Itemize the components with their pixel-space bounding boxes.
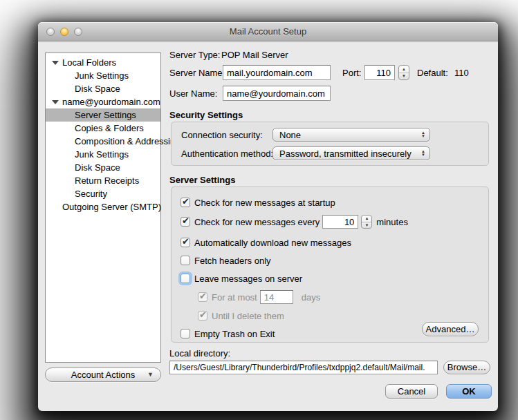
for-at-most-checkbox[interactable] [198, 292, 207, 302]
server-settings-group: Check for new messages at startup Check … [171, 187, 489, 343]
days-label: days [302, 292, 320, 303]
auto-download-checkbox[interactable] [181, 238, 190, 247]
server-type-value: POP Mail Server [221, 50, 288, 60]
sidebar-item-label: Local Folders [62, 57, 116, 68]
fetch-headers-row: Fetch headers only [181, 255, 480, 266]
connection-security-select[interactable]: None ▲▼ [272, 128, 430, 142]
check-every-minutes-input[interactable] [322, 215, 358, 229]
default-port-value: 110 [454, 68, 469, 78]
for-at-most-days-input[interactable] [260, 290, 293, 304]
sidebar-item-account[interactable]: name@yourdomain.com [46, 95, 160, 108]
authentication-method-select[interactable]: Password, transmitted insecurely ▲▼ [272, 146, 430, 160]
sidebar-item-outgoing-server[interactable]: Outgoing Server (SMTP) [46, 200, 160, 213]
account-actions-button[interactable]: Account Actions ▼ [45, 368, 161, 382]
sidebar-item-label: Junk Settings [75, 149, 129, 160]
sidebar-item-disk-space-local[interactable]: Disk Space [46, 82, 160, 95]
port-input[interactable] [364, 65, 395, 80]
authentication-method-value: Password, transmitted insecurely [279, 149, 411, 159]
window-title: Mail Account Setup [38, 22, 498, 41]
port-label: Port: [342, 68, 361, 78]
for-at-most-label: For at most [212, 292, 257, 303]
stepper-down-icon[interactable]: ▼ [399, 73, 409, 80]
browse-button-label: Browse… [447, 362, 486, 372]
sidebar-item-disk-space[interactable]: Disk Space [46, 161, 160, 174]
check-startup-label: Check for new messages at startup [194, 198, 335, 208]
check-every-checkbox[interactable] [181, 217, 190, 227]
auto-download-row: Automatically download new messages [181, 237, 480, 248]
sidebar-item-return-receipts[interactable]: Return Receipts [46, 174, 160, 187]
stepper-up-icon[interactable]: ▲ [399, 66, 409, 73]
minutes-label: minutes [376, 217, 408, 227]
for-at-most-row: For at most days [198, 292, 480, 303]
advanced-button[interactable]: Advanced… [422, 322, 479, 336]
sidebar-item-label: Server Settings [75, 110, 136, 120]
check-startup-row: Check for new messages at startup [181, 197, 480, 208]
server-name-input[interactable] [223, 65, 331, 80]
updown-arrows-icon: ▲▼ [421, 150, 425, 157]
empty-trash-checkbox[interactable] [181, 329, 190, 338]
until-delete-row: Until I delete them [198, 310, 480, 321]
sidebar-item-label: Disk Space [75, 84, 120, 94]
auto-download-label: Automatically download new messages [194, 238, 351, 248]
ok-button-label: OK [462, 386, 476, 397]
authentication-method-label: Authentication method: [181, 149, 273, 159]
sidebar-item-junk-settings-local[interactable]: Junk Settings [46, 69, 160, 82]
server-name-label: Server Name: [169, 68, 225, 78]
connection-security-label: Connection security: [181, 130, 263, 140]
sidebar-item-label: Outgoing Server (SMTP) [62, 202, 161, 212]
until-delete-label: Until I delete them [212, 311, 284, 321]
fetch-headers-label: Fetch headers only [194, 256, 271, 266]
sidebar-item-security[interactable]: Security [46, 187, 160, 200]
server-settings-heading: Server Settings [169, 175, 235, 185]
updown-arrows-icon: ▲▼ [421, 131, 425, 138]
sidebar-item-label: Return Receipts [75, 175, 139, 186]
sidebar-item-server-settings[interactable]: Server Settings [46, 108, 160, 122]
default-label: Default: [417, 68, 448, 78]
leave-on-server-label: Leave messages on server [194, 274, 302, 284]
empty-trash-label: Empty Trash on Exit [194, 329, 275, 339]
advanced-button-label: Advanced… [426, 324, 475, 334]
check-every-label: Check for new messages every [194, 217, 320, 227]
dropdown-arrow-icon: ▼ [147, 368, 154, 381]
sidebar-item-label: Security [75, 189, 107, 199]
account-tree: Local Folders Junk Settings Disk Space n… [45, 52, 161, 363]
check-startup-checkbox[interactable] [181, 198, 190, 207]
sidebar-item-label: name@yourdomain.com [62, 97, 160, 107]
cancel-button[interactable]: Cancel [385, 384, 438, 399]
sidebar-item-label: Composition & Addressing [75, 136, 180, 146]
twisty-down-icon[interactable] [52, 61, 59, 65]
stepper-down-icon[interactable]: ▼ [362, 222, 371, 229]
sidebar-item-composition-addressing[interactable]: Composition & Addressing [46, 135, 160, 148]
minutes-stepper[interactable]: ▲ ▼ [361, 215, 372, 229]
fetch-headers-checkbox[interactable] [181, 256, 190, 265]
connection-security-value: None [279, 130, 301, 140]
server-type-label: Server Type: [169, 50, 220, 60]
mail-account-setup-window: Mail Account Setup Local Folders Junk Se… [38, 22, 498, 411]
stepper-up-icon[interactable]: ▲ [362, 216, 371, 222]
titlebar[interactable]: Mail Account Setup [38, 22, 498, 41]
ok-button[interactable]: OK [446, 384, 492, 399]
user-name-label: User Name: [169, 88, 217, 99]
account-actions-label: Account Actions [71, 370, 136, 380]
cancel-button-label: Cancel [398, 386, 425, 397]
leave-on-server-checkbox[interactable] [181, 274, 190, 283]
sidebar-item-label: Disk Space [75, 162, 120, 173]
local-directory-input[interactable] [169, 361, 438, 374]
user-name-input[interactable] [223, 86, 331, 101]
twisty-down-icon[interactable] [52, 100, 59, 104]
browse-button[interactable]: Browse… [443, 361, 490, 374]
sidebar-item-local-folders[interactable]: Local Folders [46, 56, 160, 69]
sidebar-item-junk-settings[interactable]: Junk Settings [46, 148, 160, 161]
until-delete-checkbox[interactable] [198, 311, 207, 321]
security-settings-heading: Security Settings [169, 110, 243, 120]
desktop: Mail Account Setup Local Folders Junk Se… [0, 0, 518, 420]
port-stepper[interactable]: ▲ ▼ [398, 65, 409, 80]
leave-on-server-row: Leave messages on server [181, 273, 480, 284]
sidebar-item-copies-folders[interactable]: Copies & Folders [46, 122, 160, 135]
local-directory-label: Local directory: [169, 348, 230, 359]
sidebar-item-label: Copies & Folders [75, 123, 144, 133]
sidebar-item-label: Junk Settings [75, 70, 129, 81]
security-settings-group: Connection security: None ▲▼ Authenticat… [171, 122, 489, 166]
check-every-row: Check for new messages every ▲ ▼ minutes [181, 216, 480, 227]
